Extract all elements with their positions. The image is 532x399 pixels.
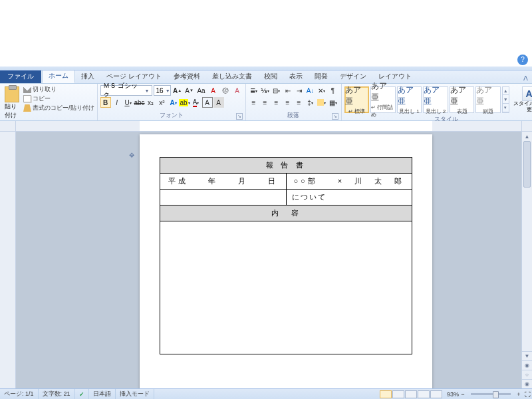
doc-subject-blank[interactable] — [160, 190, 287, 205]
tab-home[interactable]: ホーム — [42, 68, 75, 83]
font-color-button[interactable]: A▾ — [191, 97, 201, 108]
superscript-button[interactable]: x² — [157, 97, 168, 108]
font-launcher-icon[interactable]: ↘ — [236, 113, 243, 120]
status-language[interactable]: 日本語 — [89, 389, 116, 399]
document-canvas[interactable]: ✥ 報 告 書 平成 年 月 日 ○○部 × 川 太 郎 について 内 容 — [16, 132, 521, 388]
ribbon-tabs: ファイル ホーム 挿入 ページ レイアウト 参考資料 差し込み文書 校閲 表示 … — [0, 70, 532, 84]
doc-content-hdr[interactable]: 内 容 — [160, 205, 412, 221]
brush-icon — [23, 104, 31, 112]
copy-button[interactable]: コピー — [23, 94, 94, 103]
font-size-combo[interactable]: 16▼ — [154, 85, 171, 96]
italic-button[interactable]: I — [112, 97, 122, 108]
multilevel-button[interactable]: ⊟▾ — [271, 85, 282, 96]
change-case-button[interactable]: Aa — [196, 85, 207, 96]
horizontal-ruler[interactable] — [0, 121, 532, 132]
doc-dept-cell[interactable]: ○○部 × 川 太 郎 — [286, 174, 412, 190]
status-proofing[interactable]: ✓ — [75, 389, 89, 399]
style-title[interactable]: あア亜表題 — [450, 86, 475, 113]
tab-review[interactable]: 校閲 — [258, 70, 283, 83]
zoom-in-button[interactable]: + — [515, 391, 523, 398]
view-outline-button[interactable] — [418, 390, 430, 398]
tab-file[interactable]: ファイル — [0, 70, 41, 83]
tab-mailings[interactable]: 差し込み文書 — [206, 70, 258, 83]
char-border-button[interactable]: A — [202, 97, 213, 108]
asian-layout-button[interactable]: ✕▾ — [317, 85, 327, 96]
show-marks-button[interactable]: ¶ — [328, 85, 338, 96]
justify-button[interactable]: ≡ — [283, 97, 293, 108]
decrease-indent-button[interactable]: ⇤ — [283, 85, 293, 96]
borders-button[interactable]: ▦▾ — [328, 97, 338, 108]
subscript-button[interactable]: x₂ — [146, 97, 156, 108]
zoom-out-button[interactable]: − — [459, 391, 467, 398]
align-right-button[interactable]: ≡ — [271, 97, 282, 108]
doc-title-cell[interactable]: 報 告 書 — [160, 158, 412, 174]
underline-button[interactable]: U▾ — [123, 97, 134, 108]
change-styles-button[interactable]: A スタイルの変更 — [511, 85, 532, 114]
prev-page-icon[interactable]: ◉ — [522, 360, 532, 370]
strikethrough-button[interactable]: abc — [134, 97, 145, 108]
enclose-char-button[interactable]: ㊞ — [220, 85, 231, 96]
style-subtitle[interactable]: あア亜副題 — [475, 86, 501, 113]
scroll-up-icon[interactable]: ▲ — [522, 132, 532, 141]
view-draft-button[interactable] — [430, 390, 442, 398]
highlight-button[interactable]: ab▾ — [180, 97, 190, 108]
style-heading1[interactable]: あア亜見出し 1 — [397, 86, 422, 113]
doc-content-body[interactable] — [160, 221, 412, 354]
bullets-button[interactable]: ≣▾ — [249, 85, 259, 96]
numbering-button[interactable]: ⅓▾ — [260, 85, 271, 96]
styles-down-icon[interactable]: ▼ — [503, 95, 509, 104]
shading-button[interactable]: ▾ — [317, 97, 327, 108]
tab-view[interactable]: 表示 — [283, 70, 309, 83]
bold-button[interactable]: B — [100, 97, 111, 108]
status-word-count[interactable]: 文字数: 21 — [39, 389, 75, 399]
tab-references[interactable]: 参考資料 — [168, 70, 206, 83]
view-fullscreen-button[interactable] — [392, 390, 404, 398]
status-zoom-level[interactable]: 93% — [447, 391, 459, 398]
char-shading-button[interactable]: A — [213, 97, 224, 108]
status-bar: ページ: 1/1 文字数: 21 ✓ 日本語 挿入モード 93% − + ⛶ — [0, 388, 532, 399]
clear-formatting-button[interactable]: A — [232, 85, 243, 96]
paragraph-launcher-icon[interactable]: ↘ — [332, 113, 338, 120]
shrink-font-button[interactable]: A▼ — [184, 85, 195, 96]
styles-more-icon[interactable]: ▾ — [503, 104, 509, 112]
tab-developer[interactable]: 開発 — [309, 70, 334, 83]
zoom-fit-icon[interactable]: ⛶ — [523, 391, 532, 398]
align-left-button[interactable]: ≡ — [249, 97, 259, 108]
styles-up-icon[interactable]: ▲ — [503, 87, 509, 96]
table-anchor-icon[interactable]: ✥ — [129, 152, 134, 159]
doc-date-cell[interactable]: 平成 年 月 日 — [160, 174, 287, 190]
zoom-slider[interactable] — [471, 393, 511, 395]
report-table[interactable]: 報 告 書 平成 年 月 日 ○○部 × 川 太 郎 について 内 容 — [160, 157, 412, 354]
phonetic-guide-button[interactable]: A — [208, 85, 219, 96]
scroll-down-icon[interactable]: ▼ — [522, 351, 532, 360]
next-page-icon[interactable]: ◉ — [522, 379, 532, 388]
distributed-button[interactable]: ≡ — [294, 97, 305, 108]
style-nospacing[interactable]: あア亜↵ 行間詰め — [370, 86, 396, 113]
tab-insert[interactable]: 挿入 — [75, 70, 100, 83]
tab-design[interactable]: デザイン — [334, 70, 372, 83]
line-spacing-button[interactable]: ‡▾ — [305, 97, 316, 108]
align-center-button[interactable]: ≡ — [260, 97, 271, 108]
paste-button[interactable]: 貼り付け — [3, 85, 21, 121]
status-page[interactable]: ページ: 1/1 — [0, 389, 39, 399]
page: 報 告 書 平成 年 月 日 ○○部 × 川 太 郎 について 内 容 — [140, 134, 432, 388]
increase-indent-button[interactable]: ⇥ — [294, 85, 305, 96]
change-styles-icon: A — [522, 86, 532, 101]
ribbon-minimize-icon[interactable]: ᐱ — [519, 74, 532, 83]
help-icon[interactable]: ? — [517, 55, 528, 65]
cut-button[interactable]: 切り取り — [23, 85, 94, 94]
view-web-button[interactable] — [405, 390, 417, 398]
vertical-ruler[interactable] — [0, 132, 16, 388]
view-print-layout-button[interactable] — [380, 390, 392, 398]
style-normal[interactable]: あア亜↵ 標準 — [344, 86, 370, 113]
style-heading2[interactable]: あア亜見出し 2 — [423, 86, 448, 113]
doc-subject-cell[interactable]: について — [286, 190, 412, 205]
text-effects-button[interactable]: A▾ — [168, 97, 179, 108]
scroll-thumb[interactable] — [523, 141, 531, 188]
sort-button[interactable]: A↓ — [305, 85, 316, 96]
status-insert-mode[interactable]: 挿入モード — [116, 389, 154, 399]
font-name-combo[interactable]: ＭＳ ゴシック▼ — [100, 85, 152, 96]
grow-font-button[interactable]: A▲ — [172, 85, 183, 96]
browse-object-icon[interactable]: ○ — [522, 370, 532, 379]
format-painter-button[interactable]: 書式のコピー/貼り付け — [23, 104, 94, 112]
